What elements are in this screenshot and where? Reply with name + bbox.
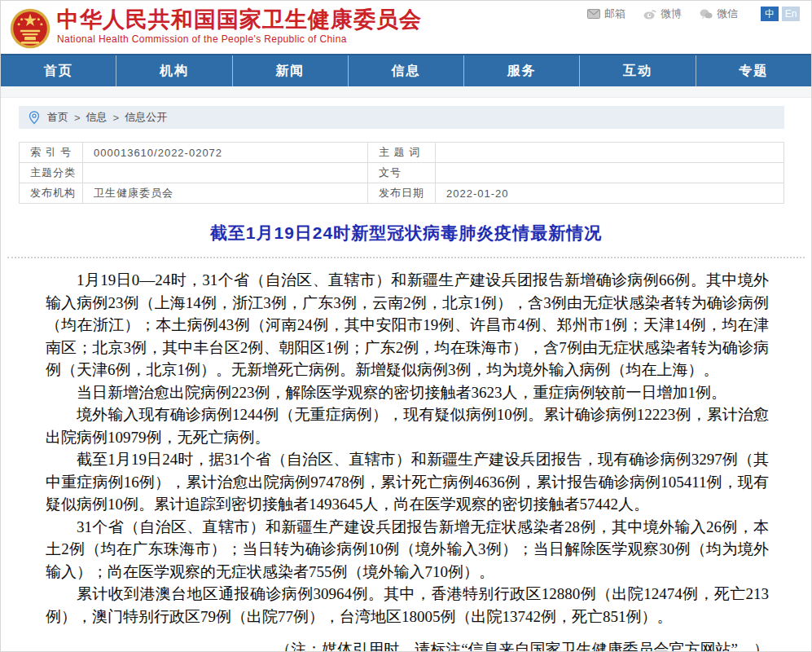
meta-label-doc-no: 文号: [368, 163, 436, 183]
national-emblem-icon: [9, 7, 51, 50]
mail-icon: [587, 8, 600, 20]
breadcrumb: 首页 > 信息 > 信息公开: [19, 106, 784, 129]
meta-label-publish-date: 发布日期: [368, 183, 436, 204]
lang-zh-button[interactable]: 中: [761, 7, 779, 21]
table-row: 索 引 号 000013610/2022-02072 主 题 词: [20, 143, 784, 163]
table-row: 主题分类 文号: [20, 163, 784, 183]
meta-label-category: 主题分类: [20, 163, 83, 183]
meta-value-publisher: 卫生健康委员会: [83, 183, 368, 204]
page: 中华人民共和国国家卫生健康委员会 National Health Commiss…: [0, 0, 812, 652]
breadcrumb-home[interactable]: 首页: [47, 110, 68, 125]
breadcrumb-info-disclosure[interactable]: 信息公开: [125, 110, 167, 125]
wechat-icon: [700, 8, 713, 20]
language-switcher: 中 En: [761, 7, 800, 21]
nav-item-org[interactable]: 机构: [116, 55, 232, 86]
article-paragraph: 截至1月19日24时，据31个省（自治区、直辖市）和新疆生产建设兵团报告，现有确…: [46, 448, 769, 516]
nav-item-home[interactable]: 首页: [1, 55, 116, 86]
site-title-zh: 中华人民共和国国家卫生健康委员会: [57, 7, 422, 32]
wechat-label: 微信: [717, 7, 738, 21]
nav-item-service[interactable]: 服务: [464, 55, 580, 86]
article-paragraph: 1月19日0—24时，31个省（自治区、直辖市）和新疆生产建设兵团报告新增确诊病…: [46, 269, 769, 381]
meta-value-index-no: 000013610/2022-02072: [83, 143, 368, 163]
meta-value-subject-words: [436, 143, 784, 163]
meta-value-doc-no: [436, 163, 784, 183]
meta-label-index-no: 索 引 号: [20, 143, 83, 163]
breadcrumb-separator: >: [113, 112, 120, 124]
document-meta-table: 索 引 号 000013610/2022-02072 主 题 词 主题分类 文号…: [19, 142, 784, 204]
table-row: 发布机构 卫生健康委员会 发布日期 2022-01-20: [20, 183, 784, 204]
nav-item-interact[interactable]: 互动: [580, 55, 696, 86]
article-paragraph: 当日新增治愈出院病例223例，解除医学观察的密切接触者3623人，重症病例较前一…: [46, 381, 769, 404]
citation-note: （注：媒体引用时，请标注“信息来自国家卫生健康委员会官方网站”。）: [46, 638, 769, 652]
mail-link[interactable]: 邮箱: [587, 7, 625, 21]
nav-item-info[interactable]: 信息: [349, 55, 464, 86]
weibo-link[interactable]: 微博: [643, 7, 682, 21]
article-body: 1月19日0—24时，31个省（自治区、直辖市）和新疆生产建设兵团报告新增确诊病…: [1, 258, 811, 652]
meta-value-publish-date: 2022-01-20: [436, 183, 784, 204]
site-titles: 中华人民共和国国家卫生健康委员会 National Health Commiss…: [57, 6, 422, 45]
nav-item-news[interactable]: 新闻: [233, 55, 349, 86]
weibo-label: 微博: [661, 7, 682, 21]
article-paragraph: 31个省（自治区、直辖市）和新疆生产建设兵团报告新增无症状感染者28例，其中境外…: [46, 516, 769, 584]
article-paragraph: 累计收到港澳台地区通报确诊病例30964例。其中，香港特别行政区12880例（出…: [46, 583, 769, 628]
location-pin-icon: [29, 111, 40, 125]
breadcrumb-info[interactable]: 信息: [86, 110, 108, 125]
mail-label: 邮箱: [604, 7, 625, 21]
wechat-link[interactable]: 微信: [700, 7, 738, 21]
header-tools: 邮箱 微博 微信 中 En: [587, 7, 800, 21]
meta-label-publisher: 发布机构: [20, 183, 83, 204]
page-title: 截至1月19日24时新型冠状病毒肺炎疫情最新情况: [1, 222, 811, 244]
meta-label-subject-words: 主 题 词: [368, 143, 436, 163]
nav-sub-strip: [1, 86, 811, 98]
main-nav: 首页 机构 新闻 信息 服务 互动 专题: [1, 54, 811, 86]
site-title-en: National Health Commission of the People…: [57, 33, 422, 45]
site-header: 中华人民共和国国家卫生健康委员会 National Health Commiss…: [1, 1, 811, 54]
nav-item-special[interactable]: 专题: [696, 55, 811, 86]
article-paragraph: 境外输入现有确诊病例1244例（无重症病例），现有疑似病例10例。累计确诊病例1…: [46, 403, 769, 448]
breadcrumb-separator: >: [74, 112, 81, 124]
weibo-icon: [643, 8, 656, 20]
lang-en-button[interactable]: En: [782, 7, 800, 21]
meta-value-category: [83, 163, 368, 183]
